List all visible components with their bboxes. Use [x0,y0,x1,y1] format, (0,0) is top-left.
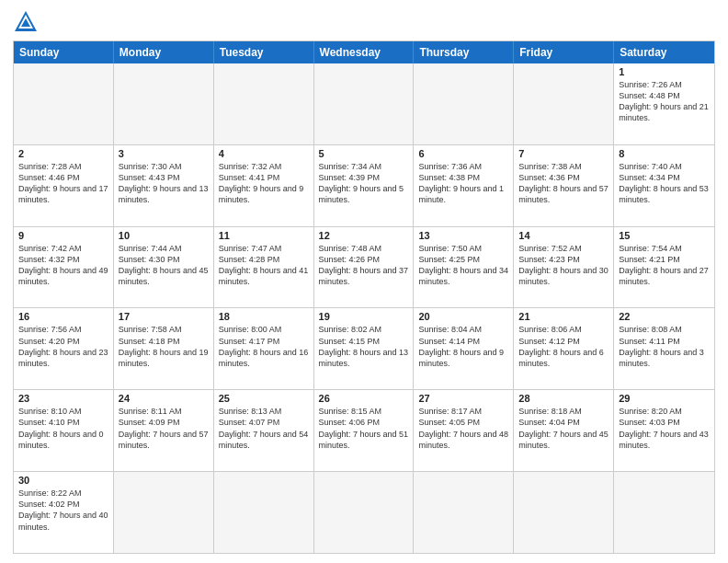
logo [13,9,42,35]
day-info: Sunrise: 7:40 AM Sunset: 4:34 PM Dayligh… [619,161,710,206]
day-info: Sunrise: 7:34 AM Sunset: 4:39 PM Dayligh… [319,161,409,206]
cal-row-3: 16Sunrise: 7:56 AM Sunset: 4:20 PM Dayli… [14,308,714,390]
day-num: 21 [518,311,609,322]
cal-cell-empty [114,63,214,144]
day-info: Sunrise: 8:04 AM Sunset: 4:14 PM Dayligh… [418,324,508,369]
cal-cell-empty [14,63,114,144]
calendar-header-row: SundayMondayTuesdayWednesdayThursdayFrid… [14,41,714,63]
day-info: Sunrise: 7:28 AM Sunset: 4:46 PM Dayligh… [18,161,108,206]
cal-cell-24: 24Sunrise: 8:11 AM Sunset: 4:09 PM Dayli… [114,390,214,471]
day-info: Sunrise: 8:06 AM Sunset: 4:12 PM Dayligh… [518,324,609,369]
day-info: Sunrise: 7:30 AM Sunset: 4:43 PM Dayligh… [119,161,209,206]
day-info: Sunrise: 8:02 AM Sunset: 4:15 PM Dayligh… [319,324,409,369]
day-info: Sunrise: 7:47 AM Sunset: 4:28 PM Dayligh… [219,243,309,288]
cal-cell-empty [514,472,614,553]
cal-cell-empty [214,472,314,553]
cal-cell-26: 26Sunrise: 8:15 AM Sunset: 4:06 PM Dayli… [314,390,415,471]
day-num: 7 [518,148,609,159]
day-info: Sunrise: 7:54 AM Sunset: 4:21 PM Dayligh… [619,243,710,288]
cal-cell-25: 25Sunrise: 8:13 AM Sunset: 4:07 PM Dayli… [214,390,314,471]
header [13,9,715,35]
col-header-saturday: Saturday [614,41,714,63]
day-info: Sunrise: 7:52 AM Sunset: 4:23 PM Dayligh… [518,243,609,288]
day-info: Sunrise: 7:44 AM Sunset: 4:30 PM Dayligh… [119,243,209,288]
day-num: 19 [319,311,409,322]
day-num: 10 [119,230,209,241]
cal-row-1: 2Sunrise: 7:28 AM Sunset: 4:46 PM Daylig… [14,145,714,227]
cal-cell-27: 27Sunrise: 8:17 AM Sunset: 4:05 PM Dayli… [414,390,514,471]
day-num: 23 [18,393,108,404]
cal-cell-empty [514,63,614,144]
day-num: 6 [418,148,508,159]
day-info: Sunrise: 8:00 AM Sunset: 4:17 PM Dayligh… [219,324,309,369]
col-header-wednesday: Wednesday [314,41,415,63]
day-num: 8 [619,148,710,159]
page: SundayMondayTuesdayWednesdayThursdayFrid… [0,0,728,563]
day-info: Sunrise: 7:58 AM Sunset: 4:18 PM Dayligh… [119,324,209,369]
cal-cell-empty [614,472,714,553]
cal-row-4: 23Sunrise: 8:10 AM Sunset: 4:10 PM Dayli… [14,390,714,472]
cal-cell-4: 4Sunrise: 7:32 AM Sunset: 4:41 PM Daylig… [214,145,314,226]
day-info: Sunrise: 7:56 AM Sunset: 4:20 PM Dayligh… [18,324,108,369]
cal-cell-20: 20Sunrise: 8:04 AM Sunset: 4:14 PM Dayli… [414,308,514,389]
day-info: Sunrise: 8:20 AM Sunset: 4:03 PM Dayligh… [619,406,710,451]
day-info: Sunrise: 7:32 AM Sunset: 4:41 PM Dayligh… [219,161,309,206]
cal-cell-9: 9Sunrise: 7:42 AM Sunset: 4:32 PM Daylig… [14,227,114,308]
cal-cell-3: 3Sunrise: 7:30 AM Sunset: 4:43 PM Daylig… [114,145,214,226]
cal-cell-18: 18Sunrise: 8:00 AM Sunset: 4:17 PM Dayli… [214,308,314,389]
cal-cell-30: 30Sunrise: 8:22 AM Sunset: 4:02 PM Dayli… [14,472,114,553]
day-num: 20 [418,311,508,322]
calendar: SundayMondayTuesdayWednesdayThursdayFrid… [13,40,715,554]
cal-cell-2: 2Sunrise: 7:28 AM Sunset: 4:46 PM Daylig… [14,145,114,226]
day-num: 26 [319,393,409,404]
cal-cell-empty [214,63,314,144]
day-info: Sunrise: 8:17 AM Sunset: 4:05 PM Dayligh… [418,406,508,451]
day-num: 12 [319,230,409,241]
col-header-sunday: Sunday [14,41,114,63]
day-num: 4 [219,148,309,159]
day-num: 29 [619,393,710,404]
cal-cell-8: 8Sunrise: 7:40 AM Sunset: 4:34 PM Daylig… [614,145,714,226]
cal-cell-14: 14Sunrise: 7:52 AM Sunset: 4:23 PM Dayli… [514,227,614,308]
day-info: Sunrise: 7:38 AM Sunset: 4:36 PM Dayligh… [518,161,609,206]
day-num: 11 [219,230,309,241]
day-num: 3 [119,148,209,159]
day-num: 30 [18,475,108,486]
day-info: Sunrise: 8:11 AM Sunset: 4:09 PM Dayligh… [119,406,209,451]
cal-cell-13: 13Sunrise: 7:50 AM Sunset: 4:25 PM Dayli… [414,227,514,308]
cal-cell-1: 1Sunrise: 7:26 AM Sunset: 4:48 PM Daylig… [614,63,714,144]
day-num: 9 [18,230,108,241]
cal-cell-empty [314,63,415,144]
day-num: 5 [319,148,409,159]
day-info: Sunrise: 7:42 AM Sunset: 4:32 PM Dayligh… [18,243,108,288]
col-header-thursday: Thursday [414,41,514,63]
day-num: 17 [119,311,209,322]
day-info: Sunrise: 7:26 AM Sunset: 4:48 PM Dayligh… [619,79,710,124]
cal-cell-empty [414,472,514,553]
cal-cell-12: 12Sunrise: 7:48 AM Sunset: 4:26 PM Dayli… [314,227,415,308]
day-num: 14 [518,230,609,241]
day-info: Sunrise: 8:22 AM Sunset: 4:02 PM Dayligh… [18,488,108,533]
cal-cell-28: 28Sunrise: 8:18 AM Sunset: 4:04 PM Dayli… [514,390,614,471]
cal-cell-empty [314,472,415,553]
cal-cell-15: 15Sunrise: 7:54 AM Sunset: 4:21 PM Dayli… [614,227,714,308]
cal-cell-11: 11Sunrise: 7:47 AM Sunset: 4:28 PM Dayli… [214,227,314,308]
cal-cell-21: 21Sunrise: 8:06 AM Sunset: 4:12 PM Dayli… [514,308,614,389]
day-info: Sunrise: 8:18 AM Sunset: 4:04 PM Dayligh… [518,406,609,451]
day-num: 13 [418,230,508,241]
day-num: 24 [119,393,209,404]
day-num: 28 [518,393,609,404]
day-num: 27 [418,393,508,404]
day-num: 25 [219,393,309,404]
cal-cell-empty [414,63,514,144]
day-num: 22 [619,311,710,322]
cal-cell-16: 16Sunrise: 7:56 AM Sunset: 4:20 PM Dayli… [14,308,114,389]
cal-cell-17: 17Sunrise: 7:58 AM Sunset: 4:18 PM Dayli… [114,308,214,389]
logo-icon [13,9,39,35]
day-info: Sunrise: 8:13 AM Sunset: 4:07 PM Dayligh… [219,406,309,451]
col-header-friday: Friday [514,41,614,63]
col-header-tuesday: Tuesday [214,41,314,63]
day-info: Sunrise: 7:48 AM Sunset: 4:26 PM Dayligh… [319,243,409,288]
day-num: 2 [18,148,108,159]
col-header-monday: Monday [114,41,214,63]
